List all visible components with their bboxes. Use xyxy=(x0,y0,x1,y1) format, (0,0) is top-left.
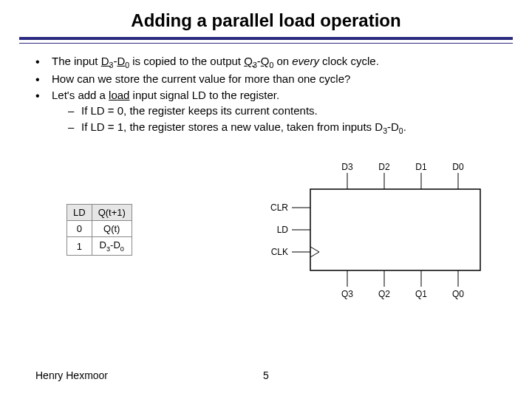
t: D xyxy=(101,55,109,67)
rule-thick xyxy=(19,37,513,40)
footer-author: Henry Hexmoor xyxy=(0,369,108,381)
bullet-item-2: How can we store the current value for m… xyxy=(35,72,502,86)
dash-item-1: If LD = 0, the register keeps its curren… xyxy=(68,103,502,118)
page-title: Adding a parallel load operation xyxy=(0,0,532,37)
underline-d0: D0 xyxy=(117,55,129,67)
underline-q0: Q0 xyxy=(261,55,274,67)
cell: 1 xyxy=(67,237,92,256)
table-row: 1 D3-D0 xyxy=(67,237,132,256)
t: If LD = 1, the register stores a new val… xyxy=(81,120,375,133)
dash-item-2: If LD = 1, the register stores a new val… xyxy=(68,120,502,136)
register-box xyxy=(310,189,480,270)
t: D3 xyxy=(375,120,387,133)
content-area: The input D3-D0 is copied to the output … xyxy=(0,54,532,136)
rule-thin xyxy=(19,43,513,44)
t: . xyxy=(403,120,406,133)
text: The input xyxy=(52,55,101,67)
underline-load: load xyxy=(109,89,129,101)
bottom-pins: Q3 Q2 Q1 Q0 xyxy=(341,270,464,299)
pin-label: D3 xyxy=(341,162,353,172)
pin-label: Q2 xyxy=(378,289,390,299)
table-row-header: LD Q(t+1) xyxy=(67,205,132,221)
t: D xyxy=(391,120,399,133)
t: D xyxy=(117,55,125,67)
every-emph: every xyxy=(292,55,319,67)
t: Q xyxy=(261,55,270,67)
figures-row: LD Q(t+1) 0 Q(t) 1 D3-D0 D3 D2 D1 D0 CLR xyxy=(0,137,532,300)
t: input signal LD to the register. xyxy=(129,89,279,101)
register-diagram: D3 D2 D1 D0 CLR LD CLK Q3 Q2 Q1 Q xyxy=(259,160,495,300)
pin-label: Q3 xyxy=(341,289,353,299)
pin-label: CLK xyxy=(271,247,288,257)
cell: 0 xyxy=(67,221,92,237)
bullet-list: The input D3-D0 is copied to the output … xyxy=(35,54,502,136)
t: Q xyxy=(244,55,253,67)
underline-q3: Q3 xyxy=(244,55,257,67)
underline-d3: D3 xyxy=(101,55,114,67)
t: clock cycle. xyxy=(319,55,379,67)
truth-table: LD Q(t+1) 0 Q(t) 1 D3-D0 xyxy=(66,204,132,256)
t: on xyxy=(273,55,292,67)
pin-label: D2 xyxy=(378,162,390,172)
pin-label: CLR xyxy=(270,202,288,213)
th-ld: LD xyxy=(67,205,92,221)
pin-label: D1 xyxy=(415,162,427,172)
pin-label: LD xyxy=(277,225,289,235)
t: D0 xyxy=(391,120,403,133)
t: Let's add a xyxy=(52,89,109,101)
th-qnext: Q(t+1) xyxy=(92,205,132,221)
table-row: 0 Q(t) xyxy=(67,221,132,237)
pin-label: Q1 xyxy=(415,289,427,299)
footer: Henry Hexmoor 5 xyxy=(0,369,532,381)
pin-label: D0 xyxy=(452,162,464,172)
bullet-item-1: The input D3-D0 is copied to the output … xyxy=(35,54,502,70)
footer-page-number: 5 xyxy=(263,369,269,381)
dash-list: If LD = 0, the register keeps its curren… xyxy=(52,103,502,136)
t: D xyxy=(375,120,383,133)
cell: Q(t) xyxy=(92,221,132,237)
cell: D3-D0 xyxy=(92,237,132,256)
t: is copied to the output xyxy=(129,55,244,67)
top-pins: D3 D2 D1 D0 xyxy=(341,162,464,189)
bullet-item-3: Let's add a load input signal LD to the … xyxy=(35,88,502,136)
pin-label: Q0 xyxy=(452,289,464,299)
